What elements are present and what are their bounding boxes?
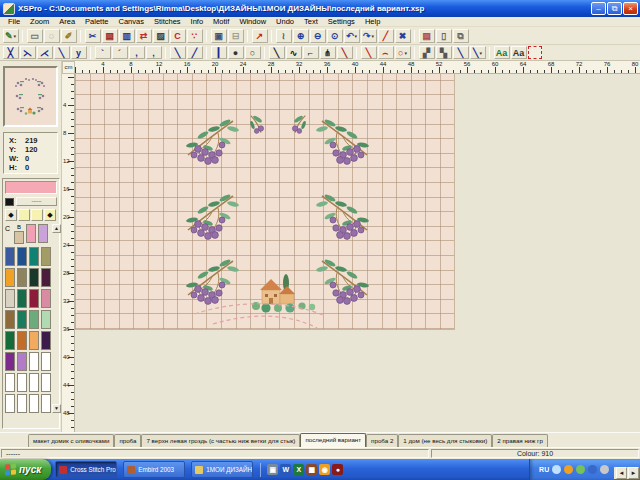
palette-symbol-button[interactable]: ◆ xyxy=(5,209,17,221)
antivirus-icon[interactable] xyxy=(576,465,585,474)
menu-area[interactable]: Area xyxy=(54,17,80,27)
dropdown-arrow-icon[interactable]: ▾ xyxy=(404,50,407,56)
taskbar-task-1[interactable]: Cross Stitch Pro... xyxy=(55,461,117,478)
palette-swatch[interactable] xyxy=(29,247,39,266)
menu-text[interactable]: Text xyxy=(299,17,323,27)
swap-button[interactable]: ⇄ xyxy=(136,29,152,43)
close-button[interactable]: × xyxy=(623,2,638,15)
menu-settings[interactable]: Settings xyxy=(323,17,360,27)
tab-7[interactable]: 2 правая ниж гр xyxy=(492,434,548,447)
palette-scroll-down-icon[interactable]: ▼ xyxy=(52,404,61,413)
palette-swatch[interactable] xyxy=(5,352,15,371)
pattern-tool-button[interactable]: ▚ xyxy=(436,46,452,59)
palette-column-b[interactable]: B xyxy=(14,224,24,244)
backstitch-thin-button[interactable]: ╲▾ xyxy=(470,46,486,59)
backstitch-down-button[interactable]: ╲ xyxy=(170,46,186,59)
palette-swatch[interactable] xyxy=(17,268,27,287)
selection-dashed-button[interactable] xyxy=(528,46,542,59)
palette-swatch[interactable] xyxy=(29,394,39,413)
paste-button[interactable]: ▥ xyxy=(119,29,135,43)
flip-button[interactable]: ∵ xyxy=(187,29,203,43)
circle-stitch-button[interactable]: ○▾ xyxy=(395,46,411,59)
arc-stitch-button[interactable]: ⌢ xyxy=(378,46,394,59)
menu-stitches[interactable]: Stitches xyxy=(149,17,186,27)
tab-5[interactable]: проба 2 xyxy=(366,434,398,447)
bead-outline-button[interactable]: ○ xyxy=(245,46,261,59)
palette-swatch[interactable] xyxy=(5,310,15,329)
palette-swatch[interactable] xyxy=(29,268,39,287)
palette-scroll-up-icon[interactable]: ▲ xyxy=(52,224,61,233)
palette-swatch[interactable] xyxy=(5,289,15,308)
palette-swatch[interactable] xyxy=(29,331,39,350)
full-cross-stitch-button[interactable]: ╳ xyxy=(3,46,19,59)
hook-stitch-button[interactable]: ⌐ xyxy=(303,46,319,59)
bead-filled-button[interactable]: ● xyxy=(228,46,244,59)
dropdown-arrow-icon[interactable]: ▾ xyxy=(355,33,358,39)
messenger-icon[interactable] xyxy=(564,465,573,474)
start-button[interactable]: пуск xyxy=(0,459,51,480)
design-preview[interactable] xyxy=(3,66,58,127)
zoom-out-button[interactable]: ⊖ xyxy=(310,29,326,43)
menu-canvas[interactable]: Canvas xyxy=(113,17,148,27)
palette-swatch[interactable] xyxy=(5,394,15,413)
tab-1[interactable]: макет домик с оливочками xyxy=(28,434,114,447)
menu-undo[interactable]: Undo xyxy=(271,17,299,27)
pitchfork-stitch-button[interactable]: ⋔ xyxy=(320,46,336,59)
menu-info[interactable]: Info xyxy=(186,17,209,27)
qip-icon[interactable]: ◉ xyxy=(319,464,330,475)
tab-3[interactable]: 7 верхн левая гроздь (с частью ниж ветки… xyxy=(141,434,300,447)
header-swatch[interactable] xyxy=(14,231,24,244)
header-swatch[interactable] xyxy=(38,224,48,243)
zoom-in-button[interactable]: ⊕ xyxy=(293,29,309,43)
palette-swatch[interactable] xyxy=(41,331,51,350)
redo-button[interactable]: ↷▾ xyxy=(361,29,377,43)
draw-pencil-button[interactable]: ✎▾ xyxy=(3,29,19,43)
network-icon[interactable] xyxy=(588,465,597,474)
taskbar-task-3[interactable]: 1МОИ ДИЗАЙНЫ xyxy=(191,461,253,478)
petite-stitch-d-button[interactable]: ‚ xyxy=(146,46,162,59)
palette-swatch[interactable] xyxy=(41,247,51,266)
palette-swatch[interactable] xyxy=(17,394,27,413)
palette-swatch[interactable] xyxy=(5,331,15,350)
print-button[interactable]: ⊟ xyxy=(228,29,244,43)
palette-swatch[interactable] xyxy=(17,289,27,308)
excel-icon[interactable]: X xyxy=(293,464,304,475)
thread-button[interactable]: ≀ xyxy=(276,29,292,43)
restore-button[interactable]: ⧉ xyxy=(607,2,622,15)
palette-column-c-label[interactable]: C xyxy=(5,224,12,233)
french-knot-button[interactable]: ╲ xyxy=(269,46,285,59)
language-indicator[interactable]: RU xyxy=(539,466,549,473)
menu-palette[interactable]: Palette xyxy=(80,17,113,27)
edit-pencil-button[interactable]: ✐ xyxy=(61,29,77,43)
vertical-stitch-button[interactable]: ┃ xyxy=(211,46,227,59)
tab-scroll-right-icon[interactable]: ► xyxy=(628,467,639,479)
palette-symbol-button[interactable] xyxy=(31,209,43,221)
quarter-stitch-button[interactable]: y xyxy=(71,46,87,59)
taskbar-task-2[interactable]: Embird 2003 xyxy=(123,461,185,478)
opera-icon[interactable]: ● xyxy=(332,464,343,475)
backstitch-thick-button[interactable]: ╲ xyxy=(453,46,469,59)
text-tool-button[interactable]: Aa xyxy=(511,46,527,59)
tab-6[interactable]: 1 дом (не весь для стыковки) xyxy=(398,434,492,447)
stamp-button[interactable]: ▨ xyxy=(153,29,169,43)
rotate-button[interactable]: C xyxy=(170,29,186,43)
palette-swatch[interactable] xyxy=(41,373,51,392)
knot-red-button[interactable]: ╲ xyxy=(337,46,353,59)
petite-stitch-b-button[interactable]: ´ xyxy=(112,46,128,59)
palette-swatch[interactable] xyxy=(41,352,51,371)
palette-swatch[interactable] xyxy=(29,310,39,329)
palette-swatch[interactable] xyxy=(41,289,51,308)
palette-swatch[interactable] xyxy=(5,247,15,266)
select-rectangle-button[interactable]: ▭ xyxy=(27,29,43,43)
palette-swatch[interactable] xyxy=(5,373,15,392)
motif-tool-button[interactable]: ▞ xyxy=(419,46,435,59)
half-cross-stitch-button[interactable]: ╲ xyxy=(54,46,70,59)
delete-cross-button[interactable]: ✖ xyxy=(395,29,411,43)
palette-swatch[interactable] xyxy=(17,331,27,350)
three-quarter-stitch-a-button[interactable]: ⋋ xyxy=(20,46,36,59)
menu-zoom[interactable]: Zoom xyxy=(25,17,54,27)
menu-motif[interactable]: Motif xyxy=(208,17,234,27)
backstitch-up-button[interactable]: ╱ xyxy=(187,46,203,59)
volume-icon[interactable] xyxy=(552,465,561,474)
palette-symbol-button[interactable]: ◆ xyxy=(44,209,56,221)
